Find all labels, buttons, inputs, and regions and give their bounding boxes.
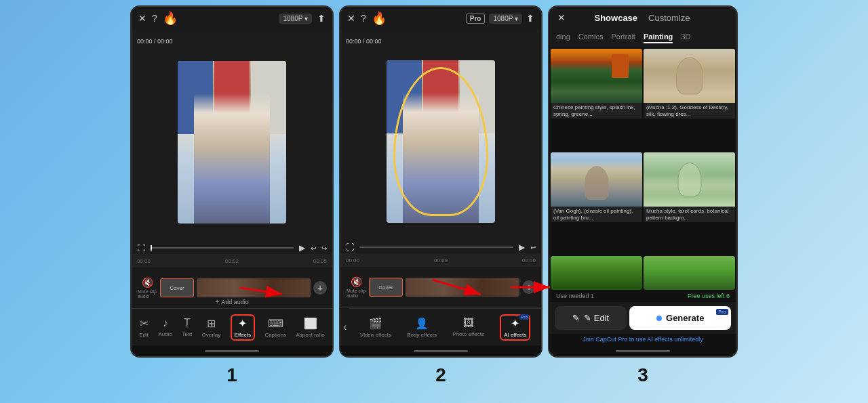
cat-tab-painting[interactable]: Painting	[644, 33, 673, 43]
tool-photo-effects[interactable]: 🖼 Photo effects	[452, 317, 484, 337]
collapse-arrow[interactable]: ‹	[340, 316, 349, 339]
gallery-item-1[interactable]: Chinese painting style, splash ink, spri…	[551, 49, 642, 123]
edit-pencil-icon: ✎	[572, 313, 580, 323]
mute-button[interactable]: 🔇 Mute clipaudio	[137, 277, 157, 299]
tool-audio[interactable]: ♪ Audio	[159, 317, 172, 337]
join-capcut-text[interactable]: Join CapCut Pro to use AI effects unlimi…	[549, 334, 736, 345]
ai-pro-badge: Pro	[519, 314, 529, 320]
step-2-top-bar: ✕ ? 🔥 Pro 1080P ▾ ⬆	[340, 7, 541, 30]
tool-aspect[interactable]: ⬜ Aspect ratio	[296, 317, 324, 338]
tool-ai-effects[interactable]: ✦ Pro AI effects	[500, 314, 530, 341]
overlay-icon: ⊞	[207, 317, 216, 330]
generate-button[interactable]: Generate Pro	[629, 306, 731, 330]
undo-icon[interactable]: ↩	[311, 245, 316, 252]
step2-cover-track[interactable]: Cover	[369, 278, 403, 297]
step-1-phone: ✕ ? 🔥 1080P ▾ ⬆	[130, 5, 334, 358]
use-needed-text: Use needed 1	[556, 293, 594, 299]
help-icon[interactable]: ?	[152, 13, 157, 24]
step-2-video-area: ⛶ ▶ ↩ 00:00 / 00:00	[340, 30, 541, 253]
gallery-img-mucha	[644, 49, 735, 103]
redo-icon[interactable]: ↪	[321, 245, 327, 252]
step-3-phone-container: ✕ Showcase Customize ding Comics Portrai…	[548, 5, 738, 358]
edit-button-label: ✎ Edit	[584, 313, 609, 323]
step2-time-marker-2: 00:00	[522, 257, 536, 263]
step-1-timeline: 00:00 00:02 00:05 🔇 Mute clipaudio Cover	[132, 254, 332, 308]
panel-close-icon[interactable]: ✕	[557, 12, 566, 23]
gallery-item-6[interactable]	[644, 256, 735, 290]
cat-tab-3d[interactable]: 3D	[681, 33, 690, 43]
ai-effects-icon: ✦	[511, 318, 519, 329]
gallery-item-3[interactable]: (Van Gogh), (classic oil painting), oil …	[551, 152, 642, 227]
gallery-item-5[interactable]	[551, 256, 642, 290]
close-icon[interactable]: ✕	[138, 13, 146, 24]
aspect-icon: ⬜	[304, 317, 317, 330]
step2-progress-bar[interactable]	[359, 247, 513, 248]
use-info-bar: Use needed 1 Free uses left 6	[549, 290, 736, 302]
step-1-number: 1	[226, 364, 237, 386]
gallery-caption-4: Mucha style, tarot cards, botanical patt…	[644, 207, 735, 222]
top-bar-left: ✕ ? 🔥	[138, 11, 178, 26]
step2-time-display: 00:00 / 00:00	[346, 34, 382, 46]
text-label: Text	[182, 331, 192, 337]
home-bar-1	[132, 345, 332, 356]
overlay-label: Overlay	[202, 332, 221, 338]
add-audio-button[interactable]: + Add audio	[215, 298, 248, 305]
tool-captions[interactable]: ⌨ Captions	[264, 317, 286, 338]
step2-fullscreen-icon[interactable]: ⛶	[346, 242, 354, 252]
van-gogh-figure	[585, 166, 608, 200]
gallery-img-green2	[644, 256, 735, 290]
panel-tabs: Showcase Customize	[594, 13, 690, 23]
cat-tab-comics[interactable]: Comics	[578, 33, 604, 43]
home-bar-line-2	[414, 350, 468, 352]
figure-outline	[676, 58, 703, 95]
cat-tab-ding[interactable]: ding	[556, 33, 570, 43]
tool-text[interactable]: T Text	[182, 317, 192, 337]
video-effects-icon: 🎬	[369, 317, 382, 330]
step-2-bottom-toolbar-wrapper: ‹ 🎬 Video effects 👤 Body effects 🖼 Ph	[340, 307, 541, 345]
step2-help-icon[interactable]: ?	[361, 13, 366, 24]
tool-body-effects[interactable]: 👤 Body effects	[407, 317, 437, 338]
generate-dot-icon	[656, 316, 662, 321]
cover-track[interactable]: Cover	[160, 278, 194, 297]
step-1-bottom-toolbar: ✂ Edit ♪ Audio T Text ⊞ Overlay	[132, 308, 332, 345]
home-bar-line-1	[205, 350, 259, 352]
step-2-wrapper: ✕ ? 🔥 Pro 1080P ▾ ⬆	[339, 5, 542, 386]
step-2-top-bar-right: Pro 1080P ▾ ⬆	[466, 13, 534, 24]
gallery-img-vangogh	[551, 152, 642, 207]
edit-button[interactable]: ✎ ✎ Edit	[555, 306, 627, 330]
gallery-item-2[interactable]: (Mucha :1.2), Goddess of Destiny, silk, …	[644, 49, 735, 123]
step2-time-marker-0: 00:00	[346, 257, 359, 263]
cat-tab-portrait[interactable]: Portrait	[611, 33, 635, 43]
top-bar-right: 1080P ▾ ⬆	[279, 13, 326, 24]
step2-resolution-badge[interactable]: 1080P ▾	[489, 14, 522, 24]
gallery-item-4[interactable]: Mucha style, tarot cards, botanical patt…	[644, 152, 735, 227]
resolution-badge[interactable]: 1080P ▾	[279, 14, 312, 24]
tool-video-effects[interactable]: 🎬 Video effects	[360, 317, 391, 338]
step2-close-icon[interactable]: ✕	[347, 13, 355, 24]
home-bar-line-3	[616, 350, 670, 352]
tab-customize[interactable]: Customize	[648, 13, 690, 23]
export-icon[interactable]: ⬆	[317, 13, 326, 24]
audio-icon: ♪	[163, 317, 168, 329]
step2-play-icon[interactable]: ▶	[519, 242, 525, 252]
tab-showcase[interactable]: Showcase	[594, 13, 637, 23]
time-display-1: 00:00 / 00:00	[137, 34, 173, 46]
home-bar-3	[549, 345, 736, 356]
play-icon[interactable]: ▶	[299, 243, 305, 253]
step2-video-preview	[387, 60, 495, 223]
ai-effects-label: AI effects	[504, 332, 526, 338]
edit-icon: ✂	[140, 317, 149, 330]
tool-effects[interactable]: ✦ Effects	[231, 314, 255, 341]
step-1-phone-container: ✕ ? 🔥 1080P ▾ ⬆	[130, 5, 334, 358]
gallery-caption-3: (Van Gogh), (classic oil painting), oil …	[551, 207, 642, 222]
add-track-button[interactable]: +	[313, 281, 327, 295]
step2-undo-icon[interactable]: ↩	[530, 244, 536, 251]
tool-overlay[interactable]: ⊞ Overlay	[202, 317, 221, 338]
step2-video-controls: ⛶ ▶ ↩	[346, 242, 536, 252]
step2-export-icon[interactable]: ⬆	[526, 13, 534, 24]
text-icon: T	[184, 317, 191, 329]
step2-mute-button[interactable]: 🔇 Mute clipaudio	[346, 276, 366, 298]
fullscreen-icon[interactable]: ⛶	[137, 243, 145, 253]
progress-bar[interactable]	[151, 247, 294, 249]
tool-edit[interactable]: ✂ Edit	[139, 317, 149, 338]
